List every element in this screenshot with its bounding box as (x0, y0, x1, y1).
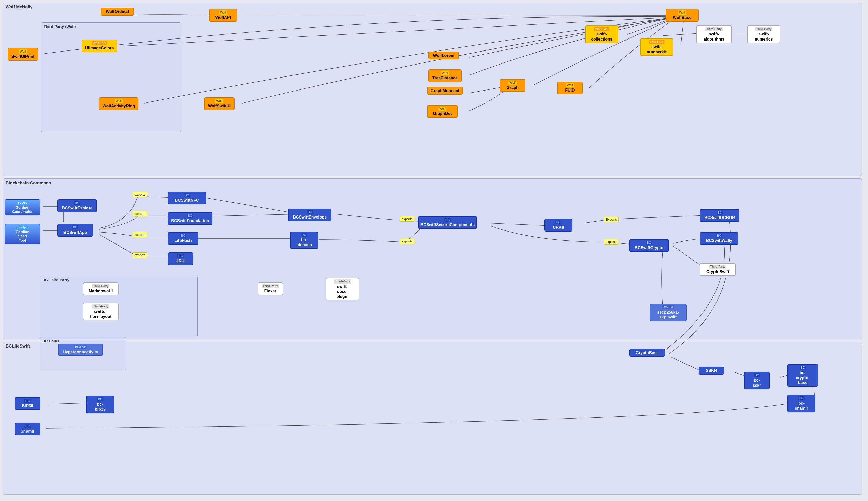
sskr-node[interactable]: SSKR (699, 367, 724, 374)
exports-badge-6: exports (400, 239, 414, 244)
bcswiftdcbor-label: BC (717, 211, 723, 215)
treedistance-node[interactable]: Wolf TreeDistance (428, 70, 462, 82)
swift-numerics-node[interactable]: Third-Party swift- numerics (747, 25, 780, 43)
wolf-section-label: Wolf McNally (6, 4, 32, 10)
bc-shamir-label: BC (799, 396, 805, 400)
treedistance-label: Wolf (441, 71, 449, 75)
swift-numberkit-node[interactable]: Wolf-Fork swift- numberkit (640, 38, 673, 56)
cryptoswift-label: Third-Party (709, 265, 726, 269)
wolfapi-node[interactable]: Wolf WolfAPI (209, 9, 237, 22)
swift-collections-node[interactable]: Wolf-Fork swift- collections (585, 25, 618, 43)
cryptobase-node[interactable]: CryptoBase (629, 349, 665, 357)
bc-sskr-text: bc- sskr (753, 378, 761, 387)
bcswiftesplora-node[interactable]: BC BCSwiftEsplora (57, 199, 97, 212)
bc-bip39-label: BC (97, 397, 104, 401)
bcswiftcrypto-node[interactable]: BC BCSwiftCrypto (629, 239, 669, 252)
uiimagecolors-node[interactable]: Wolf-Fork UIImageColors (82, 40, 117, 52)
bc-crypto-base-node[interactable]: BC bc- crypto- base (787, 364, 818, 386)
bc-bip39-node[interactable]: BC bc- bip39 (86, 396, 114, 413)
swift-numerics-text: swift- numerics (754, 32, 773, 41)
bc-bip39-text: bc- bip39 (95, 402, 106, 412)
bcswiftenvelope-label: BC (307, 210, 313, 214)
bc-lifehash-node[interactable]: bc bc- lifehash (290, 232, 318, 249)
cryptoswift-text: CryptoSwift (706, 269, 729, 274)
exports-badge-8: exports (604, 239, 618, 245)
bip39-node[interactable]: BC BIP39 (15, 397, 40, 410)
bcswiftdcbor-text: BCSwiftDCBOR (705, 215, 735, 220)
markdownui-label: Third-Party (92, 284, 109, 288)
lifehash-node[interactable]: BC LifeHash (168, 232, 199, 245)
bcswiftwally-label: BC (716, 234, 722, 238)
bc-sskr-label: BC (754, 373, 760, 377)
bc-sskr-node[interactable]: BC bc- sskr (744, 372, 770, 389)
graph-node[interactable]: Wolf Graph (500, 79, 525, 92)
markdownui-node[interactable]: Third-Party MarkdownUI (83, 283, 119, 295)
lifehash-text: LifeHash (174, 238, 192, 243)
uiimagecolors-label: Wolf-Fork (92, 41, 107, 45)
swift-docc-plugin-text: swift- docc- plugin (336, 284, 349, 299)
wolfapi-text: WolfAPI (215, 15, 231, 20)
graphdot-node[interactable]: Wolf GraphDot (427, 105, 458, 118)
bcswiftfoundation-text: BCSwiftFoundation (171, 218, 209, 223)
bcswiftesplora-label: BC (74, 201, 80, 205)
swift-numerics-label: Third-Party (755, 27, 772, 31)
gordian-coordinator-label: BC-App (17, 201, 29, 205)
swiftui-flow-layout-label: Third-Party (92, 305, 109, 309)
bcswiftfoundation-node[interactable]: BC BCSwiftFoundation (168, 212, 212, 225)
wolfactivityring-node[interactable]: Wolf WolfActivityRing (99, 97, 138, 110)
bcswiftapp-text: BCSwiftApp (64, 230, 87, 235)
blockchain-section-label: Blockchain Commons (6, 181, 51, 185)
swift-collections-label: Wolf-Fork (594, 27, 609, 31)
bcswiftfoundation-label: BC (187, 214, 193, 218)
bcswiftenvelope-node[interactable]: BC BCSwiftEnvelope (288, 209, 332, 221)
swift-numberkit-text: swift- numberkit (647, 44, 666, 54)
bc-crypto-base-text: bc- crypto- base (796, 370, 810, 385)
wolfbase-node[interactable]: Wolf WolfBase (665, 9, 699, 22)
wolfapi-label: Wolf (219, 10, 227, 14)
graph-label: Wolf (508, 81, 517, 85)
gordian-coordinator-node[interactable]: BC-App Gordian Coordinator (4, 199, 40, 215)
lifehash-label: BC (180, 234, 186, 238)
secp256k1-zkp-node[interactable]: BC-Fork secp256k1- zkp.swift (650, 304, 687, 321)
gordian-seed-tool-label: BC-App (17, 225, 29, 229)
bcswiftapp-node[interactable]: BC BCSwiftApp (57, 224, 93, 237)
gordian-seed-tool-node[interactable]: BC-App Gordian Seed Tool (4, 224, 40, 244)
cryptoswift-node[interactable]: Third-Party CryptoSwift (700, 263, 736, 276)
fuid-node[interactable]: Wolf FUID (557, 82, 583, 94)
bcswiftwally-node[interactable]: BC BCSwiftWally (700, 232, 738, 245)
exports-badge-3: exports (132, 232, 147, 237)
bc-shamir-node[interactable]: BC bc- shamir (787, 395, 815, 412)
wolfswiftui-node[interactable]: Wolf WolfSwiftUI (204, 97, 235, 110)
flexer-node[interactable]: Third-Party Flexer (258, 283, 283, 295)
swift-numberkit-label: Wolf-Fork (649, 40, 664, 44)
shamir-text: Shamir (21, 429, 34, 434)
graphdot-label: Wolf (438, 107, 447, 111)
bcswiftnfc-node[interactable]: BC BCSwiftNFC (168, 192, 206, 204)
exports-badge-2: exports (132, 211, 147, 216)
swiftui-flow-layout-text: swiftui- flow-layout (90, 309, 111, 319)
graphmermaid-node[interactable]: GraphMermaid (427, 87, 463, 95)
bcswiftsecurecomponents-label: BC (444, 218, 451, 222)
urui-node[interactable]: BC URUI (168, 253, 193, 265)
swift-algorithms-text: swift- algorithms (704, 32, 725, 41)
graph-text: Graph (506, 85, 518, 90)
swift-algorithms-node[interactable]: Third-Party swift- algorithms (696, 25, 732, 43)
wolflorem-node[interactable]: WolfLorem (428, 52, 459, 60)
swiftuiprint-node[interactable]: Wolf SwiftUIPrint (8, 48, 38, 61)
hyperconnectivity-label: BC-Fork (74, 345, 87, 349)
exports-badge-5: exports (400, 216, 414, 222)
exports-badge-1: exports (132, 192, 147, 197)
bc-lifehash-text: bc- lifehash (297, 237, 312, 247)
shamir-label: BC (24, 424, 31, 428)
bcswiftsecurecomponents-node[interactable]: BC BCSwiftSecureComponents (418, 216, 477, 229)
wolfactivityring-label: Wolf (115, 99, 123, 103)
urkit-node[interactable]: BC URKit (544, 219, 572, 232)
shamir-node[interactable]: BC Shamir (15, 423, 40, 436)
wolfordinal-node[interactable]: WolfOrdinal (101, 8, 134, 15)
swiftui-flow-layout-node[interactable]: Third-Party swiftui- flow-layout (83, 303, 119, 320)
bc-thirdparty-label: BC Third-Party (42, 278, 69, 282)
subsection-thirdparty-wolf: Third-Party (Wolf) (41, 22, 181, 132)
bcswiftdcbor-node[interactable]: BC BCSwiftDCBOR (700, 209, 739, 222)
swift-docc-plugin-node[interactable]: Third-Party swift- docc- plugin (326, 278, 359, 300)
hyperconnectivity-node[interactable]: BC-Fork Hyperconnectivity (58, 344, 103, 356)
